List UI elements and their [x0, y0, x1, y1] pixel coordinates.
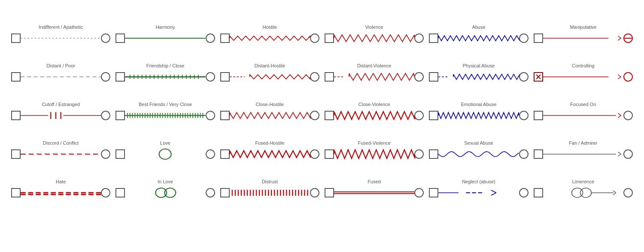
legend-label: Best Friends / Very Close — [139, 101, 192, 107]
legend-label: Neglect (abuse) — [462, 179, 495, 185]
legend-label: Close-Violence — [358, 101, 390, 107]
right-circle — [623, 72, 633, 82]
left-square — [429, 111, 438, 120]
relationship-line — [438, 109, 519, 122]
relationship-line — [543, 148, 623, 161]
left-square — [325, 72, 334, 82]
line-container — [429, 186, 528, 199]
legend-label: Fan / Admirer — [569, 140, 597, 146]
left-square — [534, 149, 543, 159]
legend-cell: Controlling — [531, 54, 635, 92]
legend-label: Controlling — [572, 63, 595, 69]
line-container — [220, 32, 319, 45]
right-circle — [206, 188, 215, 197]
relationship-line — [438, 32, 519, 45]
line-container — [429, 32, 528, 45]
relationship-line — [125, 148, 205, 161]
line-container — [325, 186, 424, 199]
left-square — [534, 111, 543, 120]
legend-cell: Discord / Conflict — [9, 131, 113, 170]
legend-cell: Fused — [322, 170, 426, 208]
legend-label: Discord / Conflict — [43, 140, 79, 146]
line-container — [325, 32, 424, 45]
legend-cell: Neglect (abuse) — [426, 170, 531, 208]
left-square — [429, 72, 438, 82]
relationship-line — [21, 32, 101, 45]
line-container — [115, 70, 215, 83]
left-square — [534, 72, 543, 82]
line-container — [325, 109, 424, 122]
left-square — [325, 188, 334, 197]
line-container — [11, 32, 110, 45]
left-square — [429, 33, 438, 43]
relationship-line — [230, 109, 310, 122]
legend-label: Cutoff / Estranged — [42, 101, 79, 107]
line-container — [534, 32, 633, 45]
left-square — [115, 111, 125, 120]
relationship-line — [543, 32, 623, 45]
legend-label: Distant / Poor — [46, 63, 75, 69]
legend-label: Emotional Abuse — [461, 101, 497, 107]
legend-cell: Indifferent / Apathetic — [9, 15, 113, 54]
legend-cell: Cutoff / Estranged — [9, 92, 113, 131]
right-circle — [206, 111, 215, 120]
legend-cell: Physical Abuse — [426, 54, 531, 92]
legend-cell: Fused-Violence — [322, 131, 426, 170]
relationship-line — [230, 148, 310, 161]
line-container — [429, 148, 528, 161]
left-square — [220, 149, 230, 159]
line-container — [534, 186, 633, 199]
left-square — [534, 188, 543, 197]
legend-cell: Focused On — [531, 92, 635, 131]
legend-cell: Hate — [9, 170, 113, 208]
relationship-line — [21, 70, 101, 83]
line-container — [534, 148, 633, 161]
relationship-line — [230, 186, 310, 199]
relationship-line — [21, 186, 101, 199]
left-square — [11, 111, 21, 120]
legend-cell: Best Friends / Very Close — [113, 92, 217, 131]
relationship-line — [21, 148, 101, 161]
line-container — [534, 70, 633, 83]
relationship-line — [438, 70, 519, 83]
line-container — [325, 70, 424, 83]
right-circle — [206, 72, 215, 82]
legend-label: Abuse — [472, 24, 485, 30]
right-circle — [310, 111, 319, 120]
legend-cell: Close-Hostile — [218, 92, 322, 131]
line-container — [429, 70, 528, 83]
relationship-line — [438, 148, 519, 161]
line-container — [534, 109, 633, 122]
relationship-line — [230, 70, 310, 83]
legend-cell: Distrust — [218, 170, 322, 208]
relationship-line — [334, 32, 414, 45]
relationship-line — [438, 186, 519, 199]
left-square — [220, 33, 230, 43]
legend-cell: Fused-Hostile — [218, 131, 322, 170]
right-circle-x — [623, 33, 633, 43]
right-circle — [206, 33, 215, 43]
left-square — [534, 33, 543, 43]
right-circle — [310, 33, 319, 43]
left-square — [115, 72, 125, 82]
relationship-line — [125, 186, 205, 199]
left-square — [11, 72, 21, 82]
relationship-line — [334, 186, 414, 199]
left-square — [325, 149, 334, 159]
right-circle — [101, 72, 110, 82]
right-circle — [101, 188, 110, 197]
right-circle — [310, 149, 319, 159]
left-square — [325, 33, 334, 43]
legend-label: In Love — [158, 179, 173, 185]
right-circle — [101, 33, 110, 43]
legend-label: Violence — [365, 24, 383, 30]
line-container — [325, 148, 424, 161]
legend-cell: Fan / Admirer — [531, 131, 635, 170]
line-container — [220, 148, 319, 161]
right-circle — [519, 111, 529, 120]
left-square — [220, 72, 230, 82]
right-circle — [519, 188, 529, 197]
left-square — [115, 188, 125, 197]
relationship-line — [125, 109, 205, 122]
left-square — [11, 33, 21, 43]
